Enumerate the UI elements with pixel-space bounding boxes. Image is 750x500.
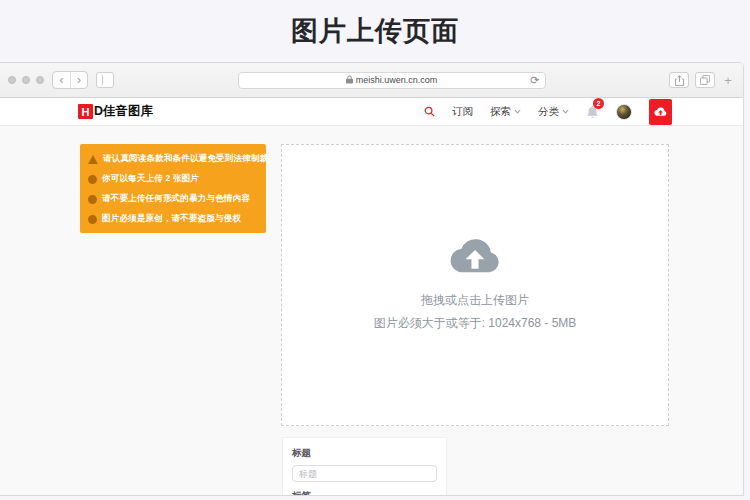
site-logo[interactable]: H D佳音图库: [78, 103, 153, 120]
chevron-down-icon: [514, 109, 521, 114]
sidebar-toggle-button[interactable]: [96, 72, 114, 88]
cloud-upload-icon: [449, 238, 501, 280]
browser-chrome: ‹ › meishi.uwen.cn.com ⟳ +: [0, 63, 743, 98]
url-area: meishi.uwen.cn.com ⟳: [122, 72, 661, 89]
title-label: 标题: [292, 447, 437, 460]
upload-nav-button[interactable]: [649, 99, 672, 125]
window-controls: [8, 76, 44, 84]
upload-form: 标题 标签: [283, 438, 446, 496]
title-input[interactable]: [292, 465, 437, 482]
nav-item-explore[interactable]: 探索: [490, 105, 521, 119]
lock-icon: [346, 75, 353, 86]
window-zoom-button[interactable]: [36, 76, 44, 84]
chrome-right-buttons: +: [669, 72, 735, 88]
nav-item-categories[interactable]: 分类: [538, 105, 569, 119]
refresh-icon[interactable]: ⟳: [530, 74, 539, 87]
chevron-down-icon: [562, 109, 569, 114]
history-buttons: ‹ ›: [52, 71, 88, 89]
new-tab-button[interactable]: +: [721, 73, 735, 88]
notice-text: 请认真阅读条款和条件以避免受到法律制裁: [103, 153, 268, 165]
dropzone-instruction: 拖拽或点击上传图片: [421, 292, 529, 309]
nav-items: 订阅 探索 分类 2: [424, 99, 672, 125]
info-circle-icon: [88, 175, 97, 184]
forward-button[interactable]: ›: [70, 72, 87, 88]
notice-line: 请不要上传任何形式的暴力与色情内容: [88, 193, 258, 205]
cloud-upload-icon: [654, 107, 667, 117]
warning-triangle-icon: [88, 155, 98, 164]
notice-text: 请不要上传任何形式的暴力与色情内容: [102, 193, 250, 205]
notifications-button[interactable]: 2: [586, 105, 599, 119]
address-bar[interactable]: meishi.uwen.cn.com ⟳: [238, 72, 546, 89]
notice-line: 图片必须是原创，请不要盗版与侵权: [88, 213, 258, 225]
notification-badge: 2: [593, 98, 604, 109]
page-title: 图片上传页面: [291, 13, 459, 49]
site-navbar: H D佳音图库 订阅 探索 分类: [0, 98, 743, 126]
notice-line: 请认真阅读条款和条件以避免受到法律制裁: [88, 153, 258, 165]
browser-window: ‹ › meishi.uwen.cn.com ⟳ + H: [0, 62, 744, 496]
info-circle-icon: [88, 215, 97, 224]
image-dropzone[interactable]: 拖拽或点击上传图片 图片必须大于或等于: 1024x768 - 5MB: [281, 144, 669, 426]
logo-text: D佳音图库: [94, 103, 153, 120]
user-avatar[interactable]: [616, 104, 632, 120]
share-icon[interactable]: [669, 72, 689, 88]
dropzone-requirements: 图片必须大于或等于: 1024x768 - 5MB: [374, 315, 577, 332]
window-minimize-button[interactable]: [22, 76, 30, 84]
url-text: meishi.uwen.cn.com: [356, 75, 438, 85]
back-button[interactable]: ‹: [53, 72, 70, 88]
tabs-icon[interactable]: [695, 72, 715, 88]
notice-text: 图片必须是原创，请不要盗版与侵权: [102, 213, 241, 225]
tags-label: 标签: [292, 490, 437, 496]
page-banner: 图片上传页面: [0, 0, 750, 62]
window-close-button[interactable]: [8, 76, 16, 84]
page-content: 请认真阅读条款和条件以避免受到法律制裁 你可以每天上传 2 张图片 请不要上传任…: [0, 126, 743, 496]
notice-line: 你可以每天上传 2 张图片: [88, 173, 258, 185]
upload-rules-notice: 请认真阅读条款和条件以避免受到法律制裁 你可以每天上传 2 张图片 请不要上传任…: [80, 144, 266, 233]
nav-item-subscribe[interactable]: 订阅: [452, 105, 473, 119]
notice-text: 你可以每天上传 2 张图片: [102, 173, 199, 185]
search-icon[interactable]: [424, 106, 435, 117]
info-circle-icon: [88, 195, 97, 204]
logo-mark: H: [78, 104, 93, 119]
